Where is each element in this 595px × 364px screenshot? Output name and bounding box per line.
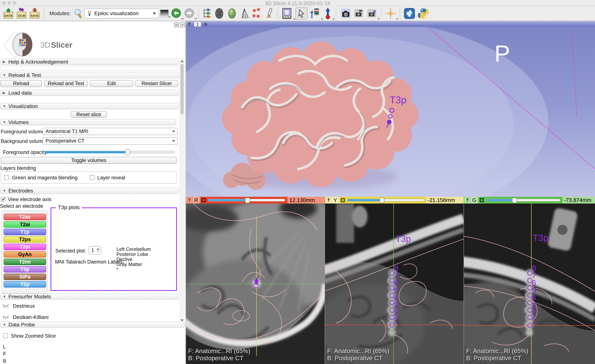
slider-handle[interactable]: [512, 198, 517, 203]
electrode-button-t2p[interactable]: T2p: [4, 281, 46, 288]
view-crosshair-icon[interactable]: [202, 22, 209, 27]
section-data-probe[interactable]: ▼Data Probe: [0, 322, 184, 328]
selected-plot-spinbox[interactable]: 1: [89, 246, 101, 254]
mouse-cursor-icon[interactable]: [295, 7, 307, 20]
green-magenta-checkbox[interactable]: [4, 175, 9, 180]
electrode-button-t2as[interactable]: T2as: [4, 214, 46, 220]
slice-model-icon[interactable]: [340, 198, 345, 203]
pin-icon[interactable]: [465, 198, 470, 203]
electrode-button-t2ps[interactable]: T2ps: [4, 236, 46, 243]
scroll-up-icon[interactable]: [181, 60, 184, 62]
section-visualization[interactable]: ▼Visualization: [0, 103, 179, 109]
back-button[interactable]: [171, 8, 182, 19]
green-slice-view[interactable]: 8 7 6 5 4 3 2 1 T3p F: Anatomic...RI (65…: [464, 204, 595, 364]
show-zoomed-slice-checkbox[interactable]: [3, 333, 8, 338]
slider-handle[interactable]: [125, 149, 130, 155]
electrode-button-t2pi[interactable]: T2pi: [4, 244, 46, 250]
contact-number: 1: [532, 316, 536, 325]
module-search-icon[interactable]: [74, 8, 83, 19]
electrode-button-t3p[interactable]: T3p: [4, 266, 46, 273]
view-electrode-axis-checkbox[interactable]: [1, 197, 6, 202]
slider-handle[interactable]: [245, 198, 250, 203]
reload-and-test-button[interactable]: Reload and Test: [44, 80, 88, 87]
section-reload-test[interactable]: ▼Reload & Test: [0, 72, 179, 78]
scroll-down-icon[interactable]: [181, 319, 184, 321]
section-load-data[interactable]: ▶Load data: [0, 90, 179, 96]
restart-slicer-button[interactable]: Restart Slicer: [135, 80, 178, 87]
segmentation-icon[interactable]: [227, 8, 237, 19]
slider-handle[interactable]: [380, 198, 384, 203]
background-volume-selector[interactable]: Postoperative CT: [42, 137, 178, 144]
dicom-button[interactable]: DCM: [16, 8, 27, 19]
green-slice-letter[interactable]: G: [471, 197, 477, 203]
section-freesurfer[interactable]: ▼Freesurfer Models: [0, 294, 179, 300]
green-magenta-label: Green and magenta blending: [12, 175, 78, 181]
red-slice-slider[interactable]: [208, 199, 285, 201]
pin-icon[interactable]: [187, 22, 193, 27]
electrode-button-t2ai[interactable]: T2ai: [4, 221, 46, 228]
scene-view-restore-icon[interactable]: [367, 8, 377, 19]
reset-slice-views-button[interactable]: Reset slice views: [71, 111, 107, 118]
electrode-button-t1p[interactable]: T1p: [4, 229, 46, 235]
crosshair-icon[interactable]: [385, 8, 396, 19]
colors-icon[interactable]: [310, 8, 321, 19]
subject-hierarchy-icon[interactable]: [202, 8, 212, 19]
reload-button[interactable]: Reload: [0, 80, 42, 87]
volume-rendering-icon[interactable]: [214, 8, 225, 19]
red-slice-letter[interactable]: R: [193, 197, 199, 203]
slice-overlay-text: F: Anatomic...RI (65%) B: Postoperative …: [327, 348, 390, 362]
freesurfer-model-row[interactable]: Destrieux: [2, 303, 35, 309]
freesurfer-model-name: Destrieux: [13, 303, 35, 309]
screenshot-icon[interactable]: [340, 8, 351, 19]
layer-reveal-checkbox[interactable]: [90, 175, 95, 180]
slice-model-icon[interactable]: [479, 198, 484, 203]
markups-icon[interactable]: ✳✳✳✳: [252, 8, 262, 19]
yellow-slice-view[interactable]: 8 7 6 5 4 3 2 1 T3p F: Anatomic...RI (65…: [325, 204, 464, 364]
visibility-off-icon[interactable]: [2, 314, 9, 320]
spin-up-icon[interactable]: [97, 248, 99, 250]
toggle-volumes-button[interactable]: Toggle volumes: [1, 157, 177, 164]
pin-icon[interactable]: [326, 198, 331, 203]
section-help[interactable]: ▶Help & Acknowledgement: [0, 59, 179, 65]
transforms-icon[interactable]: [323, 8, 333, 19]
visibility-off-icon[interactable]: [2, 303, 9, 309]
close-panel-icon[interactable]: ✕: [180, 22, 185, 27]
layout-selector-icon[interactable]: [282, 8, 293, 19]
electrode-button-gyan[interactable]: GyAn: [4, 251, 46, 258]
history-palette-icon[interactable]: [160, 10, 169, 17]
module-selector[interactable]: Epiloc visualization: [84, 9, 159, 18]
section-volumes-label: Volumes: [8, 119, 28, 125]
section-electrodes[interactable]: ▼Electrodes: [0, 188, 179, 194]
slice-model-icon[interactable]: [201, 198, 206, 203]
module-panel: ⧉ ✕ 3D Slicer ▶Help & Acknowledgement ▼R…: [0, 21, 185, 364]
section-volumes[interactable]: ▼Volumes: [0, 119, 176, 125]
extensions-manager-icon[interactable]: [404, 8, 415, 19]
view3d-tab[interactable]: 1: [194, 22, 201, 27]
spin-down-icon[interactable]: [97, 251, 99, 253]
forward-button[interactable]: [184, 8, 195, 19]
edit-button[interactable]: Edit: [90, 80, 133, 87]
foreground-opacity-slider[interactable]: [44, 151, 175, 153]
foreground-opacity-label: Foreground opacity:: [3, 150, 48, 155]
load-data-button[interactable]: DATA: [3, 8, 14, 19]
electrode-button-sipa[interactable]: SiPa: [4, 274, 46, 280]
svg-text:Slicer: Slicer: [51, 41, 72, 49]
foreground-volume-selector[interactable]: Anatomical T1 MRI: [42, 128, 178, 135]
pyramid-grid-icon[interactable]: [239, 8, 249, 19]
python-console-icon[interactable]: [418, 8, 429, 19]
undock-panel-icon[interactable]: ⧉: [174, 22, 179, 27]
probe-row-b: B: [3, 358, 6, 364]
yellow-slice-slider[interactable]: [347, 199, 424, 201]
view3d-viewport[interactable]: T3p P: [186, 27, 595, 197]
electrode-button-t2mi[interactable]: T2mi: [4, 259, 46, 265]
red-slice-view[interactable]: F: Anatomic...RI (65%) B: Postoperative …: [186, 204, 325, 364]
green-slice-slider[interactable]: [486, 199, 560, 201]
panel-scrollbar[interactable]: [180, 59, 184, 323]
save-button[interactable]: SAVE: [29, 8, 40, 19]
annotation-pencil-icon[interactable]: [264, 8, 274, 19]
scene-view-icon[interactable]: [354, 8, 364, 19]
scrollbar-thumb[interactable]: [180, 64, 184, 115]
yellow-slice-letter[interactable]: Y: [332, 197, 339, 203]
freesurfer-model-row[interactable]: Desikan-Killiani: [2, 314, 49, 320]
pin-icon[interactable]: [187, 198, 192, 203]
